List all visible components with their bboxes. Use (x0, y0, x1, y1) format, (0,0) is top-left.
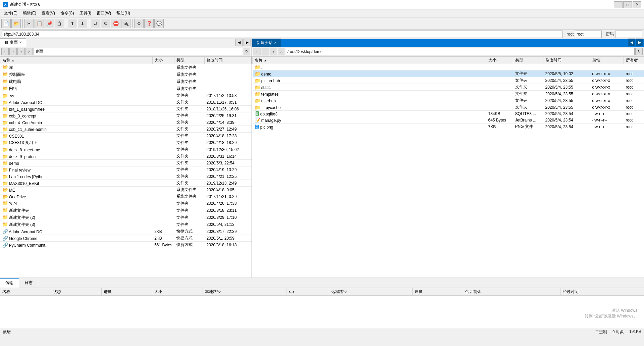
right-file-row[interactable]: 📁 picturehub 文件夹 2020/5/4, 23:55 drwxr-x… (253, 77, 644, 84)
left-tab-close-icon[interactable]: ✕ (19, 41, 22, 44)
right-file-row[interactable]: 📁 static 文件夹 2020/5/4, 23:55 drwxr-xr-x … (253, 84, 644, 91)
left-tab-desktop[interactable]: 🖥 桌面 ✕ (0, 38, 26, 47)
toolbar-copy-btn[interactable]: 📋 (35, 19, 44, 28)
right-tab-session[interactable]: 新建会话 ✕ (252, 39, 281, 47)
toolbar-help-btn[interactable]: ❓ (144, 19, 154, 28)
toolbar-download-btn[interactable]: ⬇ (78, 19, 87, 28)
left-file-row[interactable]: 📁 新建文件夹 文件夹 2020/3/18, 23:11 (0, 207, 252, 214)
left-col-modified[interactable]: 修改时间 (205, 57, 252, 64)
left-file-row[interactable]: 📂 OneDrive 系统文件夹 2017/11/21, 0:29 (0, 193, 252, 200)
bottom-tab-log[interactable]: 日志 (19, 278, 38, 288)
right-col-owner[interactable]: 所有者 (624, 57, 644, 64)
left-forward-btn[interactable]: → (9, 48, 17, 55)
left-file-row[interactable]: 📁 deck_9_proton 文件夹 2020/3/31, 16:14 (0, 153, 252, 160)
left-file-row[interactable]: 📁 Final review 文件夹 2020/4/19, 13:29 (0, 166, 252, 173)
right-file-row[interactable]: 📝 manage.py 645 Bytes JetBrains ... 2020… (253, 117, 644, 123)
left-file-row[interactable]: 📁 cob_3_concept 文件夹 2020/2/25, 19:31 (0, 112, 252, 119)
left-file-row[interactable]: 📁 MAX3010_EVKit 文件夹 2019/12/13, 2:49 (0, 180, 252, 187)
left-file-row[interactable]: 📂 此电脑 系统文件夹 (0, 78, 252, 85)
right-refresh-btn[interactable]: ↻ (635, 48, 643, 55)
right-tab-close-icon[interactable]: ✕ (274, 41, 277, 45)
left-file-row[interactable]: 📁 cob_4_CoolAdmin 文件夹 2020/4/14, 3:39 (0, 119, 252, 126)
left-col-size[interactable]: 大小 (152, 57, 174, 64)
right-file-row[interactable]: 📁 templates 文件夹 2020/5/4, 23:55 drwxr-xr… (253, 91, 644, 97)
toolbar-chat-btn[interactable]: 💬 (154, 19, 164, 28)
left-file-row[interactable]: 📁 demo 文件夹 2020/5/3, 22:54 (0, 160, 252, 166)
right-path-input[interactable] (286, 48, 635, 55)
connection-address-input[interactable] (2, 31, 562, 38)
left-file-row[interactable]: 📁 复习 文件夹 2020/4/20, 17:38 (0, 200, 252, 207)
tab-nav-next[interactable]: ▶ (244, 39, 251, 46)
restore-button[interactable]: □ (623, 1, 632, 8)
left-file-row[interactable]: 📁 Adobe Acrobat DC ... 文件夹 2018/11/17, 0… (0, 99, 252, 106)
right-back-btn[interactable]: ← (254, 48, 261, 55)
right-col-name[interactable]: 名称 ▲ (253, 57, 486, 64)
left-file-row[interactable]: 🔗 PyCharm Communit... 561 Bytes 快捷方式 202… (0, 242, 252, 248)
menu-item-i[interactable]: 工具(I) (77, 10, 94, 17)
left-file-row[interactable]: 🔗 Adobe Acrobat DC 2KB 快捷方式 2020/3/17, 2… (0, 228, 252, 235)
left-file-row[interactable]: 📁 deck_8_meet-me 文件夹 2019/12/30, 15:02 (0, 146, 252, 153)
right-tab-nav-prev[interactable]: ◀ (628, 39, 635, 46)
left-file-tbody: 📂 库 系统文件夹 📂 控制面板 系统文件夹 📂 此电脑 系统文件夹 📂 网络 … (0, 64, 252, 248)
right-file-row[interactable]: 🗄 db.sqlite3 184KB SQLITE3 ... 2020/5/4,… (253, 111, 644, 117)
left-file-row[interactable]: 📁 新建文件夹 (2) 文件夹 2020/3/29, 17:10 (0, 214, 252, 221)
left-file-row[interactable]: 📁 .vs 文件夹 2017/11/2, 13:53 (0, 92, 252, 99)
bottom-tab-transfer[interactable]: 传输 (0, 278, 19, 288)
toolbar-refresh-btn[interactable]: ↻ (101, 19, 110, 28)
toolbar-settings-btn[interactable]: ⚙ (134, 19, 144, 28)
right-col-type[interactable]: 类型 (513, 57, 543, 64)
left-file-modified: 2019/12/30, 15:02 (205, 146, 252, 153)
right-up-btn[interactable]: ↑ (270, 48, 277, 55)
tab-nav-prev[interactable]: ◀ (235, 39, 243, 46)
toolbar-paste-btn[interactable]: 📌 (45, 19, 54, 28)
left-file-row[interactable]: 📁 cob_11_sufee-admin 文件夹 2020/2/27, 12:4… (0, 126, 252, 133)
left-file-row[interactable]: 📂 ME 系统文件夹 2020/4/18, 0:05 (0, 187, 252, 193)
right-tab-nav-next[interactable]: ▶ (636, 39, 643, 46)
left-file-row[interactable]: 🔗 Google Chrome 2KB 快捷方式 2020/5/1, 20:59 (0, 235, 252, 242)
right-col-size[interactable]: 大小 (486, 57, 513, 64)
right-col-modified[interactable]: 修改时间 (543, 57, 590, 64)
left-file-row[interactable]: 📂 网络 系统文件夹 (0, 85, 252, 92)
left-file-row[interactable]: 📂 控制面板 系统文件夹 (0, 71, 252, 78)
toolbar-cut-btn[interactable]: ✂ (24, 19, 34, 28)
toolbar-new-btn[interactable]: 📄 (1, 19, 11, 28)
right-file-row[interactable]: 🖼 pic.png 7KB PNG 文件 2020/5/4, 23:54 -rw… (253, 123, 644, 130)
left-path-input[interactable] (34, 48, 242, 55)
left-back-btn[interactable]: ← (1, 48, 9, 55)
left-refresh-btn[interactable]: ↻ (243, 48, 250, 55)
menu-item-v[interactable]: 查看(V) (39, 10, 58, 17)
right-file-row[interactable]: 📁 __pycache__ 文件夹 2020/5/4, 23:55 drwxr-… (253, 104, 644, 111)
left-col-type[interactable]: 类型 (174, 57, 205, 64)
left-file-row[interactable]: 📁 Lab 1 codes [Pytho... 文件夹 2020/4/21, 1… (0, 173, 252, 180)
left-col-name[interactable]: 名称 ▲ (0, 57, 153, 64)
toolbar-connect-btn[interactable]: 🔌 (121, 19, 130, 28)
menu-item-h[interactable]: 帮助(H) (114, 10, 133, 17)
close-button[interactable]: ✕ (633, 1, 641, 8)
right-file-row[interactable]: 📁 demo 文件夹 2020/5/5, 19:02 drwxr-xr-x ro… (253, 70, 644, 77)
menu-item-e[interactable]: 编辑(E) (20, 10, 39, 17)
left-file-row[interactable]: 📁 CSE313 复习上 文件夹 2020/4/18, 18:29 (0, 139, 252, 146)
right-forward-btn[interactable]: → (262, 48, 269, 55)
right-col-attr[interactable]: 属性 (590, 57, 624, 64)
left-file-row[interactable]: 📁 bkt_1_dashgumfree 文件夹 2018/11/26, 16:0… (0, 106, 252, 112)
left-file-row[interactable]: 📁 CSE301 文件夹 2020/4/18, 17:28 (0, 133, 252, 139)
toolbar-sync-btn[interactable]: ⇄ (91, 19, 100, 28)
password-input[interactable] (615, 31, 642, 38)
minimize-button[interactable]: ─ (614, 1, 623, 8)
toolbar-upload-btn[interactable]: ⬆ (68, 19, 77, 28)
toolbar-stop-btn[interactable]: ⛔ (111, 19, 120, 28)
menu-item-w[interactable]: 窗口(W) (94, 10, 114, 17)
right-file-row[interactable]: 📁 .. (253, 64, 644, 70)
right-file-row[interactable]: 📁 userhub 文件夹 2020/5/4, 23:55 drwxr-xr-x… (253, 97, 644, 104)
toolbar-delete-btn[interactable]: 🗑 (55, 19, 64, 28)
menu-item-e[interactable]: 文件(E) (1, 10, 20, 17)
menu-item-c[interactable]: 命令(C) (58, 10, 77, 17)
left-up-btn[interactable]: ↑ (17, 48, 25, 55)
toolbar-open-btn[interactable]: 📂 (11, 19, 21, 28)
right-file-list: 名称 ▲ 大小 类型 修改时间 属性 所有者 📁 .. 📁 demo (252, 56, 644, 278)
left-file-row[interactable]: 📂 库 系统文件夹 (0, 64, 252, 71)
right-home-btn[interactable]: ⌂ (278, 48, 285, 55)
left-home-btn[interactable]: ⌂ (25, 48, 33, 55)
username-input[interactable] (575, 31, 602, 38)
left-file-row[interactable]: 📁 新建文件夹 (3) 文件夹 2020/5/4, 21:13 (0, 221, 252, 228)
